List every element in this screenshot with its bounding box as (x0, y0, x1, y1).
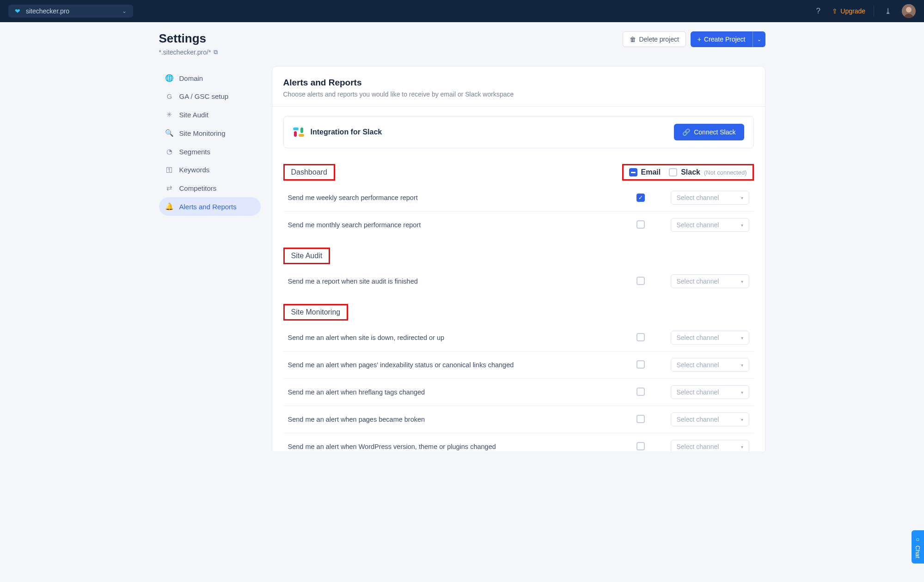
slack-integration-card: Integration for Slack 🔗 Connect Slack (283, 116, 754, 148)
nav-icon: ⚿ (165, 166, 174, 174)
sidebar-item-site-monitoring[interactable]: 🔍Site Monitoring (159, 124, 261, 142)
divider (874, 6, 874, 16)
alert-text: Send me an alert when WordPress version,… (283, 433, 615, 452)
content-card: Alerts and Reports Choose alerts and rep… (272, 66, 765, 451)
sidebar-item-domain[interactable]: 🌐Domain (159, 69, 261, 87)
alert-text: Send me an alert when pages became broke… (283, 406, 615, 433)
select-placeholder: Select channel (677, 334, 719, 341)
slack-channel-select[interactable]: Select channel ▾ (671, 358, 749, 372)
email-checkbox[interactable] (636, 442, 645, 450)
delete-project-label: Delete project (639, 36, 679, 43)
sidebar-item-competitors[interactable]: ⇄Competitors (159, 179, 261, 197)
sidebar-item-segments[interactable]: ◔Segments (159, 142, 261, 161)
page-subtitle-text: *.sitechecker.pro/* (159, 48, 211, 56)
nav-icon: ◔ (165, 147, 174, 156)
email-checkbox[interactable] (636, 277, 645, 285)
email-master-checkbox[interactable] (629, 168, 637, 176)
slack-integration-title: Integration for Slack (311, 128, 382, 136)
link-icon: 🔗 (682, 128, 690, 136)
alert-row: Send me an alert when site is down, redi… (283, 324, 754, 352)
chevron-down-icon: ▾ (741, 223, 743, 228)
email-checkbox[interactable] (636, 360, 645, 369)
delete-project-button[interactable]: 🗑 Delete project (623, 31, 685, 47)
alert-text: Send me a report when site audit is fini… (283, 268, 615, 295)
email-checkbox[interactable] (636, 333, 645, 341)
download-icon[interactable]: ⤓ (882, 6, 893, 17)
topbar: ❤ sitechecker.pro ⌄ ? ⇪ Upgrade ⤓ (0, 0, 924, 22)
email-checkbox[interactable] (636, 415, 645, 423)
alert-row: Send me an alert when pages' indexabilit… (283, 352, 754, 379)
chevron-down-icon: ▾ (741, 417, 743, 422)
alert-row: Send me a report when site audit is fini… (283, 268, 754, 295)
chevron-down-icon: ⌄ (122, 8, 127, 14)
alert-text: Send me an alert when site is down, redi… (283, 324, 615, 352)
nav-label: Keywords (179, 166, 210, 174)
alert-row: Send me weekly search performance report… (283, 184, 754, 212)
svg-point-1 (906, 7, 912, 12)
select-placeholder: Select channel (677, 194, 719, 201)
chevron-down-icon: ▾ (741, 279, 743, 284)
alert-row: Send me an alert when hreflang tags chan… (283, 379, 754, 406)
nav-label: Competitors (179, 184, 217, 192)
alert-text: Send me an alert when hreflang tags chan… (283, 379, 615, 406)
plus-icon: + (698, 36, 701, 43)
upgrade-label: Upgrade (840, 7, 865, 15)
slack-channel-select[interactable]: Select channel ▾ (671, 412, 749, 426)
nav-label: Site Monitoring (179, 129, 226, 137)
create-project-button[interactable]: + Create Project (691, 31, 753, 47)
separator (272, 106, 765, 107)
select-placeholder: Select channel (677, 388, 719, 396)
group-heading-site-audit: Site Audit (283, 248, 330, 264)
chevron-down-icon: ▾ (741, 444, 743, 449)
column-header: Email Slack (Not connected) (622, 164, 754, 181)
select-placeholder: Select channel (677, 416, 719, 423)
select-placeholder: Select channel (677, 443, 719, 450)
nav-icon: ⇄ (165, 184, 174, 192)
email-checkbox[interactable]: ✓ (636, 194, 645, 202)
page-subtitle[interactable]: *.sitechecker.pro/* ⧉ (159, 48, 218, 56)
upgrade-icon: ⇪ (832, 7, 838, 15)
email-checkbox[interactable] (636, 220, 645, 229)
alert-text: Send me monthly search performance repor… (283, 212, 615, 239)
slack-channel-select[interactable]: Select channel ▾ (671, 385, 749, 399)
alert-row: Send me monthly search performance repor… (283, 212, 754, 239)
section-description: Choose alerts and reports you would like… (283, 91, 754, 98)
connect-slack-label: Connect Slack (694, 128, 735, 136)
project-switcher[interactable]: ❤ sitechecker.pro ⌄ (8, 5, 133, 18)
sidebar-item-keywords[interactable]: ⚿Keywords (159, 161, 261, 179)
trash-icon: 🗑 (630, 36, 636, 43)
chevron-down-icon: ▾ (741, 390, 743, 395)
create-project-dropdown[interactable]: ⌄ (753, 31, 765, 47)
slack-channel-select[interactable]: Select channel ▾ (671, 274, 749, 288)
chevron-down-icon: ▾ (741, 195, 743, 200)
group-heading-dashboard: Dashboard (283, 164, 335, 181)
slack-channel-select[interactable]: Select channel ▾ (671, 218, 749, 232)
group-heading-label: Site Monitoring (291, 308, 341, 316)
nav-icon: 🔔 (165, 202, 174, 211)
group-heading-site-monitoring: Site Monitoring (283, 304, 349, 321)
slack-channel-select[interactable]: Select channel ▾ (671, 191, 749, 205)
help-icon[interactable]: ? (813, 6, 824, 17)
sidebar-item-ga-gsc-setup[interactable]: GGA / GSC setup (159, 87, 261, 105)
slack-channel-select[interactable]: Select channel ▾ (671, 440, 749, 451)
select-placeholder: Select channel (677, 278, 719, 285)
email-checkbox[interactable] (636, 388, 645, 396)
section-title: Alerts and Reports (283, 78, 754, 88)
email-column-label: Email (641, 168, 661, 176)
slack-icon (293, 127, 304, 138)
slack-master-checkbox[interactable] (669, 168, 677, 176)
connect-slack-button[interactable]: 🔗 Connect Slack (674, 124, 744, 140)
page-title: Settings (159, 31, 218, 46)
create-project-label: Create Project (704, 36, 745, 43)
settings-sidebar: 🌐DomainGGA / GSC setup✳Site Audit🔍Site M… (159, 66, 261, 216)
alert-text: Send me weekly search performance report (283, 184, 615, 212)
sidebar-item-alerts-and-reports[interactable]: 🔔Alerts and Reports (159, 197, 261, 216)
select-placeholder: Select channel (677, 221, 719, 229)
nav-icon: ✳ (165, 110, 174, 119)
nav-label: Alerts and Reports (179, 203, 237, 211)
slack-channel-select[interactable]: Select channel ▾ (671, 331, 749, 345)
sidebar-item-site-audit[interactable]: ✳Site Audit (159, 105, 261, 124)
avatar[interactable] (902, 4, 916, 18)
page-header: Settings *.sitechecker.pro/* ⧉ 🗑 Delete … (159, 31, 765, 56)
upgrade-link[interactable]: ⇪ Upgrade (832, 7, 865, 15)
